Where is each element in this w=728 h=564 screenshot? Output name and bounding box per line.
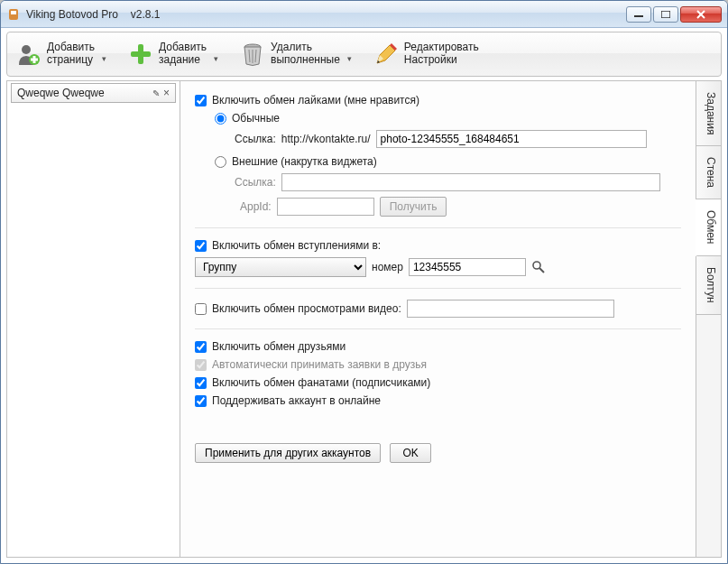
left-panel: Qweqwe Qweqwe ✎ ×: [7, 81, 180, 557]
likes-mode-normal-label: Обычные: [232, 112, 280, 125]
svg-point-6: [22, 45, 31, 54]
svg-line-21: [539, 268, 544, 273]
appid-input[interactable]: [277, 198, 374, 216]
get-appid-button[interactable]: Получить: [380, 197, 447, 217]
trash-icon: [240, 42, 265, 67]
toolbar-add-task[interactable]: Добавить задание ▾: [124, 40, 222, 69]
enable-video-label: Включить обмен просмотрами видео:: [212, 302, 401, 315]
account-tab[interactable]: Qweqwe Qweqwe ✎ ×: [11, 83, 176, 103]
svg-rect-11: [131, 51, 151, 57]
main-panel: Включить обмен лайками (мне нравится) Об…: [180, 81, 696, 557]
app-window: Viking Botovod Pro v2.8.1 Добавить стран…: [0, 0, 728, 564]
person-plus-icon: [16, 42, 41, 67]
toolbar-add-page-l1: Добавить: [47, 42, 95, 54]
side-tabs: Задания Стена Обмен Болтун: [696, 81, 721, 557]
enable-likes-checkbox[interactable]: [195, 95, 207, 106]
enable-fans-label: Включить обмен фанатами (подписчиками): [212, 376, 430, 389]
keep-online-label: Поддерживать аккаунт в онлайне: [212, 394, 381, 407]
enable-video-checkbox[interactable]: [195, 303, 207, 315]
video-input[interactable]: [407, 300, 614, 318]
app-icon: [6, 7, 21, 22]
svg-rect-2: [634, 15, 643, 17]
chevron-down-icon: ▾: [347, 54, 352, 67]
external-link-input[interactable]: [281, 173, 660, 191]
apply-all-button[interactable]: Применить для других аккаунтов: [195, 443, 381, 463]
close-icon: [696, 10, 706, 19]
enable-likes-label: Включить обмен лайками (мне нравится): [212, 94, 419, 106]
keep-online-checkbox[interactable]: [195, 395, 207, 407]
side-tab-boltun[interactable]: Болтун: [696, 256, 721, 315]
body: Qweqwe Qweqwe ✎ × Включить обмен лайками…: [6, 80, 722, 558]
auto-accept-checkbox[interactable]: [195, 359, 207, 371]
toolbar-delete-done[interactable]: Удалить выполненные ▾: [236, 40, 355, 69]
close-tab-icon[interactable]: ×: [163, 87, 170, 99]
toolbar-edit-settings-l1: Редактировать: [404, 42, 479, 54]
enable-friends-label: Включить обмен друзьями: [212, 340, 346, 353]
ok-button[interactable]: OK: [390, 443, 431, 463]
toolbar-add-task-l2: задание: [159, 54, 207, 67]
pencil-icon: [373, 42, 399, 67]
minimize-button[interactable]: [626, 6, 651, 23]
app-version: v2.8.1: [131, 8, 161, 21]
likes-mode-normal-radio[interactable]: [215, 113, 226, 125]
window-buttons: [626, 6, 722, 23]
app-title: Viking Botovod Pro: [26, 8, 118, 21]
toolbar-edit-settings[interactable]: Редактировать Настройки: [370, 40, 483, 69]
external-link-label: Ссылка:: [235, 176, 276, 189]
group-number-input[interactable]: [409, 258, 526, 276]
toolbar-edit-settings-l2: Настройки: [404, 54, 479, 67]
appid-label: AppId:: [240, 200, 272, 213]
toolbar-delete-done-l2: выполненные: [271, 54, 340, 67]
likes-mode-external-label: Внешние (накрутка виджета): [232, 155, 377, 168]
svg-rect-3: [661, 11, 670, 18]
maximize-icon: [661, 11, 670, 18]
side-tab-wall[interactable]: Стена: [696, 146, 721, 199]
minimize-icon: [634, 11, 643, 18]
search-icon[interactable]: [531, 260, 546, 274]
toolbar-add-page-l2: страницу: [47, 54, 95, 67]
toolbar-add-task-l1: Добавить: [159, 42, 207, 54]
plus-icon: [128, 42, 153, 67]
svg-rect-9: [31, 59, 38, 61]
toolbar-add-page[interactable]: Добавить страницу ▾: [13, 40, 110, 69]
account-name: Qweqwe Qweqwe: [17, 87, 105, 99]
likes-link-prefix: http://vkontakte.ru/: [281, 133, 371, 145]
side-tab-tasks[interactable]: Задания: [696, 81, 721, 146]
svg-point-20: [533, 262, 540, 269]
group-type-select[interactable]: Группу: [195, 257, 366, 277]
side-tab-exchange[interactable]: Обмен: [696, 199, 721, 256]
enable-fans-checkbox[interactable]: [195, 377, 207, 389]
likes-mode-external-radio[interactable]: [215, 156, 226, 168]
enable-groups-checkbox[interactable]: [195, 240, 207, 252]
maximize-button[interactable]: [653, 6, 678, 23]
toolbar-delete-done-l1: Удалить: [271, 42, 340, 54]
enable-friends-checkbox[interactable]: [195, 341, 207, 353]
chevron-down-icon: ▾: [102, 54, 106, 67]
svg-rect-1: [11, 11, 16, 14]
toolbar: Добавить страницу ▾ Добавить задание ▾ У…: [6, 32, 722, 77]
enable-groups-label: Включить обмен вступлениями в:: [212, 239, 381, 252]
close-button[interactable]: [680, 6, 722, 23]
likes-link-label: Ссылка:: [235, 133, 276, 145]
titlebar: Viking Botovod Pro v2.8.1: [1, 1, 727, 28]
auto-accept-label: Автоматически принимать заявки в друзья: [212, 358, 427, 371]
chevron-down-icon: ▾: [214, 54, 218, 67]
likes-link-input[interactable]: [376, 130, 647, 148]
group-number-label: номер: [372, 261, 403, 273]
edit-icon[interactable]: ✎: [152, 88, 160, 98]
